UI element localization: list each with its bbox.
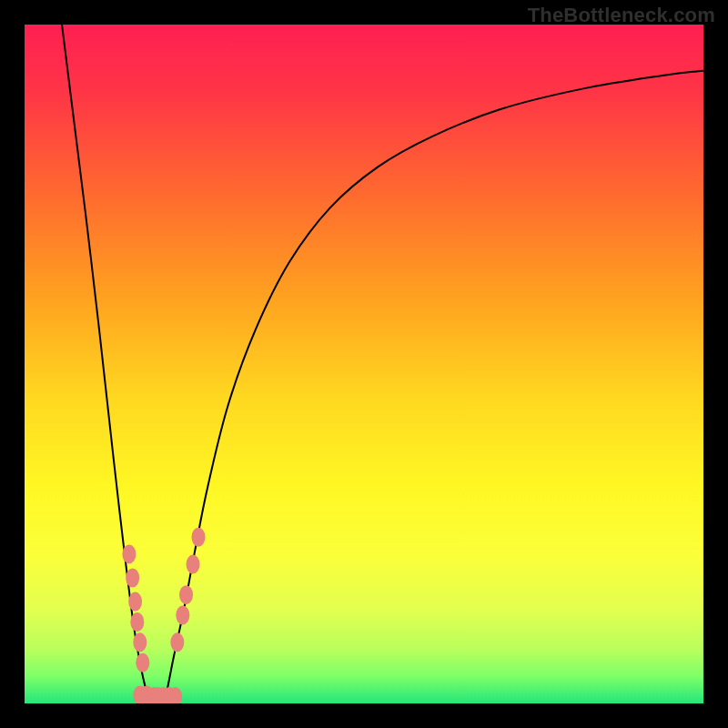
data-marker xyxy=(133,632,147,652)
data-marker xyxy=(187,555,200,574)
curve-layer xyxy=(25,25,703,703)
data-marker xyxy=(130,612,144,632)
plot-area xyxy=(25,25,703,703)
data-marker xyxy=(136,653,149,672)
data-marker xyxy=(126,568,139,587)
data-marker xyxy=(122,544,136,563)
data-marker xyxy=(191,528,205,547)
data-marker xyxy=(176,606,189,625)
data-marker xyxy=(179,585,193,604)
chart-frame: TheBottleneck.com xyxy=(0,0,728,728)
data-marker xyxy=(170,632,184,652)
marker-cluster xyxy=(122,528,205,703)
right-curve xyxy=(164,71,703,703)
data-marker xyxy=(128,592,142,612)
